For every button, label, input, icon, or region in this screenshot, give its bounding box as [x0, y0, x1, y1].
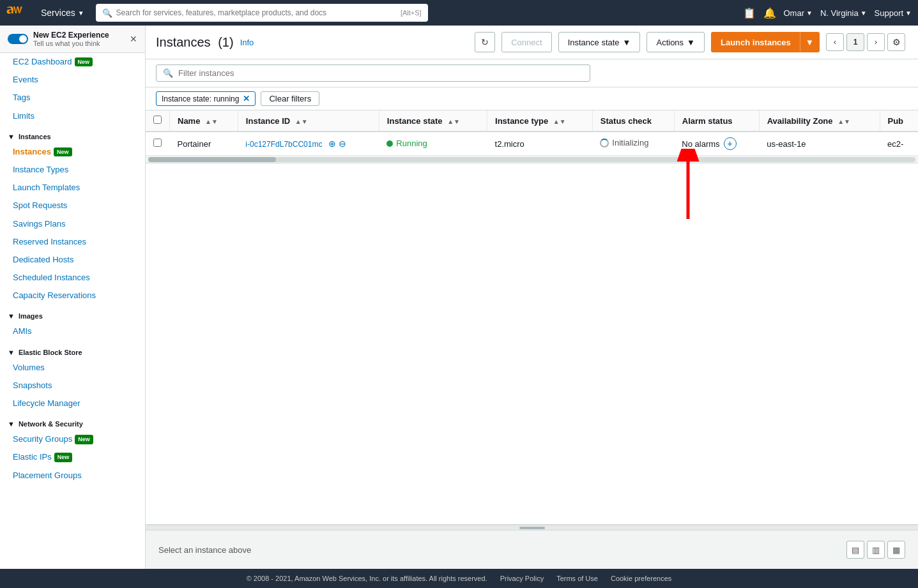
- sidebar-item-lifecycle-manager[interactable]: Lifecycle Manager: [0, 395, 145, 412]
- global-search-input[interactable]: [116, 8, 397, 17]
- actions-chevron: ▼: [687, 38, 695, 47]
- row-checkbox-col[interactable]: [146, 132, 170, 156]
- select-all-col[interactable]: [146, 110, 170, 132]
- col-instance-id[interactable]: Instance ID ▲▼: [238, 110, 379, 132]
- sidebar-item-events[interactable]: Events: [0, 71, 145, 89]
- col-name-label: Name: [178, 116, 200, 126]
- clear-filters-button[interactable]: Clear filters: [261, 91, 319, 106]
- sidebar-section-ebs[interactable]: ▼ Elastic Block Store: [0, 341, 145, 359]
- sidebar-item-tags[interactable]: Tags: [0, 89, 145, 107]
- sidebar-item-instance-types[interactable]: Instance Types: [0, 161, 145, 179]
- panel-view-1-button[interactable]: ▤: [846, 541, 864, 559]
- experience-toggle-bar[interactable]: New EC2 Experience Tell us what you thin…: [0, 26, 145, 53]
- sidebar-item-spot-requests[interactable]: Spot Requests: [0, 197, 145, 215]
- instance-state-filter-tag: Instance state: running ✕: [156, 91, 256, 106]
- col-instance-type-sort-icon: ▲▼: [553, 118, 566, 125]
- sidebar-item-limits[interactable]: Limits: [0, 107, 145, 125]
- zoom-out-icon[interactable]: ⊖: [339, 139, 346, 149]
- user-menu[interactable]: Omar ▼: [784, 8, 813, 18]
- col-pub[interactable]: Pub: [880, 110, 918, 132]
- sidebar-section-images[interactable]: ▼ Images: [0, 305, 145, 322]
- sidebar-item-elastic-ips-label: Elastic IPs: [13, 451, 52, 463]
- col-alarm-status[interactable]: Alarm status: [674, 110, 759, 132]
- refresh-button[interactable]: ↻: [475, 32, 495, 52]
- row-alarm-status: No alarms: [682, 139, 719, 149]
- sidebar-item-scheduled-instances[interactable]: Scheduled Instances: [0, 269, 145, 287]
- footer-terms-of-use-link[interactable]: Terms of Use: [556, 575, 598, 582]
- sidebar-item-volumes[interactable]: Volumes: [0, 359, 145, 377]
- sidebar-item-security-groups[interactable]: Security Groups New: [0, 430, 145, 448]
- region-label: N. Virginia: [820, 8, 859, 18]
- sidebar-item-launch-templates[interactable]: Launch Templates: [0, 179, 145, 197]
- launch-instances-dropdown-button[interactable]: ▼: [800, 32, 820, 52]
- remove-filter-tag-button[interactable]: ✕: [243, 94, 250, 103]
- sidebar-section-network[interactable]: ▼ Network & Security: [0, 412, 145, 430]
- horizontal-scrollbar[interactable]: [146, 156, 918, 163]
- actions-button[interactable]: Actions ▼: [646, 32, 705, 52]
- page-number-text: 1: [853, 38, 858, 47]
- bottom-panel-drag-handle[interactable]: [146, 525, 918, 531]
- select-all-checkbox[interactable]: [153, 116, 162, 124]
- bottom-panel: Select an instance above ▤ ▥ ▦: [146, 524, 918, 569]
- region-menu[interactable]: N. Virginia ▼: [820, 8, 867, 18]
- col-instance-state[interactable]: Instance state ▲▼: [379, 110, 487, 132]
- sidebar-section-instances[interactable]: ▼ Instances: [0, 125, 145, 143]
- instance-state-button[interactable]: Instance state ▼: [558, 32, 641, 52]
- col-instance-type[interactable]: Instance type ▲▼: [487, 110, 593, 132]
- sidebar-item-savings-plans-label: Savings Plans: [13, 218, 65, 230]
- footer-cookie-preferences-link[interactable]: Cookie preferences: [611, 575, 671, 582]
- row-checkbox[interactable]: [153, 139, 162, 147]
- col-availability-zone-sort-icon: ▲▼: [838, 118, 850, 125]
- panel-view-2-button[interactable]: ▥: [867, 541, 885, 559]
- row-zoom-icons[interactable]: ⊕ ⊖: [328, 139, 346, 149]
- page-number[interactable]: 1: [846, 33, 864, 51]
- experience-toggle[interactable]: [8, 34, 28, 44]
- launch-instances-button[interactable]: Launch instances: [711, 32, 800, 52]
- sidebar-item-ec2-dashboard[interactable]: EC2 Dashboard New: [0, 53, 145, 71]
- filter-instances-input[interactable]: [178, 68, 583, 78]
- bell-icon[interactable]: 🔔: [763, 7, 776, 19]
- page-next-button[interactable]: ›: [867, 33, 885, 51]
- sidebar-item-snapshots[interactable]: Snapshots: [0, 377, 145, 395]
- add-alarm-button[interactable]: +: [724, 137, 737, 150]
- search-shortcut: [Alt+S]: [401, 9, 422, 17]
- row-status-check-col: Initializing: [592, 132, 674, 156]
- services-menu[interactable]: Services ▼: [36, 5, 89, 20]
- footer-privacy-policy-link[interactable]: Privacy Policy: [500, 575, 544, 582]
- sidebar-item-reserved-instances-label: Reserved Instances: [13, 236, 86, 248]
- sidebar-item-elastic-ips[interactable]: Elastic IPs New: [0, 448, 145, 466]
- section-instances-chevron: ▼: [8, 133, 15, 140]
- sidebar-item-capacity-reservations[interactable]: Capacity Reservations: [0, 287, 145, 305]
- filter-search-container[interactable]: 🔍: [156, 64, 590, 82]
- col-name[interactable]: Name ▲▼: [170, 110, 238, 132]
- search-icon: 🔍: [102, 8, 112, 18]
- info-link[interactable]: Info: [240, 38, 254, 47]
- services-chevron: ▼: [78, 10, 84, 17]
- table-settings-button[interactable]: ⚙: [887, 33, 905, 51]
- connect-button[interactable]: Connect: [501, 32, 551, 52]
- global-search-bar[interactable]: 🔍 [Alt+S]: [96, 4, 428, 22]
- zoom-in-icon[interactable]: ⊕: [328, 139, 336, 149]
- table-row[interactable]: Portainer i-0c127FdL7bCC01mc ⊕ ⊖: [146, 132, 918, 156]
- sidebar-item-reserved-instances[interactable]: Reserved Instances: [0, 233, 145, 251]
- sidebar-item-instances[interactable]: Instances New: [0, 143, 145, 161]
- col-pub-label: Pub: [888, 116, 904, 126]
- sidebar-item-launch-templates-label: Launch Templates: [13, 182, 80, 193]
- row-instance-id[interactable]: i-0c127FdL7bCC01mc: [245, 140, 322, 149]
- col-status-check[interactable]: Status check: [592, 110, 674, 132]
- page-prev-button[interactable]: ‹: [826, 33, 844, 51]
- panel-view-3-button[interactable]: ▦: [887, 541, 905, 559]
- instances-count: (1): [218, 35, 233, 49]
- sidebar-item-savings-plans[interactable]: Savings Plans: [0, 215, 145, 233]
- sidebar-item-instances-badge: New: [54, 147, 72, 157]
- sidebar-item-amis[interactable]: AMIs: [0, 322, 145, 340]
- running-label: Running: [396, 139, 427, 148]
- support-menu[interactable]: Support ▼: [875, 8, 912, 18]
- sidebar-item-tags-label: Tags: [13, 92, 30, 103]
- sidebar-item-placement-groups[interactable]: Placement Groups: [0, 467, 145, 485]
- sidebar-item-dedicated-hosts[interactable]: Dedicated Hosts: [0, 251, 145, 269]
- filter-tag-text: Instance state: running: [162, 94, 239, 103]
- close-experience-icon[interactable]: ✕: [130, 34, 137, 44]
- col-availability-zone[interactable]: Availability Zone ▲▼: [759, 110, 880, 132]
- notifications-icon[interactable]: 📋: [743, 7, 756, 19]
